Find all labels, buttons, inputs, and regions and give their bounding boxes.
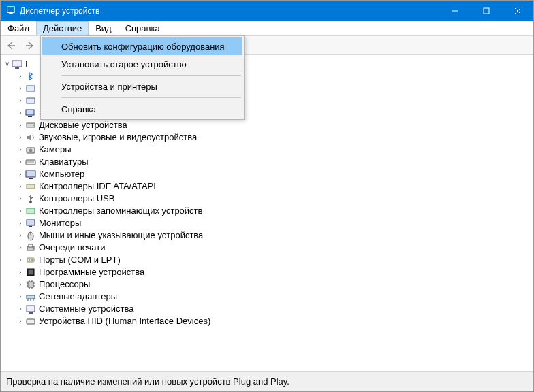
expand-icon[interactable]: ›: [16, 278, 25, 291]
svg-rect-49: [27, 306, 35, 312]
tree-label: Контроллеры IDE ATA/ATAPI: [39, 180, 156, 193]
network-icon: [25, 291, 36, 302]
tree-item-cpu[interactable]: ›Процессоры: [16, 278, 532, 291]
tree-item-usb[interactable]: ›Контроллеры USB: [16, 193, 532, 205]
tree-item-system[interactable]: ›Системные устройства: [16, 303, 532, 315]
unknown-icon: [25, 95, 36, 106]
svg-rect-26: [29, 226, 32, 227]
menu-file[interactable]: Файл: [1, 21, 36, 35]
svg-rect-3: [484, 8, 489, 14]
svg-rect-21: [27, 184, 35, 189]
tree-item-disk[interactable]: ›Дисковые устройства: [16, 119, 532, 131]
menu-help-item[interactable]: Справка: [42, 100, 242, 118]
tree-label: Очереди печати: [39, 242, 106, 254]
tree-root-label: I: [25, 58, 28, 70]
tree-item-audio[interactable]: ›Звуковые, игровые и видеоустройства: [16, 131, 532, 144]
svg-point-13: [33, 125, 34, 126]
tree-item-storage[interactable]: ›Контроллеры запоминающих устройств: [16, 205, 532, 217]
tree-item-net[interactable]: ›Сетевые адаптеры: [16, 291, 532, 303]
svg-rect-9: [27, 98, 35, 103]
svg-rect-19: [26, 171, 35, 177]
expand-icon[interactable]: ›: [16, 156, 25, 168]
titlebar: Диспетчер устройств: [1, 1, 533, 21]
tree-item-monitors[interactable]: ›Мониторы: [16, 217, 532, 229]
menu-refresh-hardware[interactable]: Обновить конфигурацию оборудования: [42, 37, 242, 55]
svg-rect-0: [7, 6, 15, 12]
svg-rect-30: [29, 244, 33, 247]
menu-devices-printers[interactable]: Устройства и принтеры: [42, 78, 242, 95]
tree-item-computer[interactable]: ›Компьютер: [16, 168, 532, 180]
status-bar: Проверка на наличие изменений или новых …: [1, 371, 533, 391]
back-button[interactable]: [5, 38, 20, 53]
audio-icon: [25, 132, 36, 143]
expand-icon[interactable]: ›: [16, 131, 25, 144]
tree-label: Процессоры: [39, 278, 90, 291]
disk-icon: [25, 120, 36, 131]
tree-label: Контроллеры USB: [39, 193, 114, 205]
svg-rect-36: [28, 282, 33, 287]
expand-icon[interactable]: ›: [16, 144, 25, 156]
svg-rect-35: [29, 270, 33, 274]
expand-icon[interactable]: ›: [16, 168, 25, 180]
tree-item-cameras[interactable]: ›Камеры: [16, 144, 532, 156]
tree-item-ide[interactable]: ›Контроллеры IDE ATA/ATAPI: [16, 180, 532, 193]
svg-rect-8: [27, 86, 35, 91]
tree-item-hid[interactable]: ›Устройства HID (Human Interface Devices…: [16, 315, 532, 327]
tree-item-ports[interactable]: ›Порты (COM и LPT): [16, 254, 532, 266]
expand-icon[interactable]: ›: [16, 242, 25, 254]
expand-icon[interactable]: ›: [16, 217, 25, 229]
port-icon: [25, 255, 36, 265]
svg-rect-7: [15, 67, 19, 69]
expand-icon[interactable]: ›: [16, 315, 25, 327]
expand-icon[interactable]: ›: [16, 303, 25, 315]
menu-action[interactable]: Действие: [36, 21, 89, 35]
svg-rect-51: [27, 319, 35, 324]
cpu-icon: [25, 279, 36, 290]
expand-icon[interactable]: ›: [16, 82, 25, 95]
forward-button[interactable]: [22, 38, 37, 53]
tree-label: Мыши и иные указывающие устройства: [39, 229, 203, 242]
tree-label: Мониторы: [39, 217, 81, 229]
expand-icon[interactable]: ›: [16, 107, 25, 119]
expand-icon[interactable]: ›: [16, 205, 25, 217]
tree-item-software[interactable]: ›Программные устройства: [16, 266, 532, 278]
menu-help[interactable]: Справка: [119, 21, 167, 35]
tree-label: Устройства HID (Human Interface Devices): [39, 315, 210, 327]
expand-icon[interactable]: ›: [16, 266, 25, 278]
tree-label: Сетевые адаптеры: [39, 291, 117, 303]
maximize-button[interactable]: [471, 1, 502, 21]
expand-icon[interactable]: ›: [16, 254, 25, 266]
minimize-button[interactable]: [439, 1, 471, 21]
expand-icon[interactable]: ›: [16, 291, 25, 303]
keyboard-icon: [25, 157, 36, 167]
expand-icon[interactable]: ›: [16, 180, 25, 193]
tree-label: Компьютер: [39, 168, 84, 180]
tree-item-printq[interactable]: ›Очереди печати: [16, 242, 532, 254]
tree-label: Контроллеры запоминающих устройств: [39, 205, 202, 217]
mouse-icon: [25, 230, 36, 241]
computer-root-icon: [12, 59, 22, 69]
expand-icon[interactable]: ›: [16, 119, 25, 131]
svg-rect-1: [9, 12, 12, 14]
tree-item-keyboards[interactable]: ›Клавиатуры: [16, 156, 532, 168]
bluetooth-icon: [25, 71, 36, 82]
tree-label: Программные устройства: [39, 266, 144, 278]
hid-icon: [25, 316, 36, 327]
tree-label: Дисковые устройства: [39, 119, 127, 131]
tree-label: Системные устройства: [39, 303, 134, 315]
tree-item-mice[interactable]: ›Мыши и иные указывающие устройства: [16, 229, 532, 242]
menu-view[interactable]: Вид: [89, 21, 119, 35]
expand-icon[interactable]: ›: [16, 229, 25, 242]
ide-controller-icon: [25, 181, 36, 192]
expand-icon[interactable]: ›: [16, 70, 25, 82]
action-dropdown: Обновить конфигурацию оборудования Устан…: [40, 35, 245, 120]
status-text: Проверка на наличие изменений или новых …: [6, 376, 289, 387]
expand-icon[interactable]: ∨: [2, 58, 12, 70]
expand-icon[interactable]: ›: [16, 95, 25, 107]
close-button[interactable]: [502, 1, 533, 21]
svg-point-15: [29, 149, 33, 152]
expand-icon[interactable]: ›: [16, 193, 25, 205]
svg-rect-10: [26, 110, 34, 115]
computer-icon: [25, 169, 36, 180]
menu-install-legacy[interactable]: Установить старое устройство: [42, 55, 242, 73]
